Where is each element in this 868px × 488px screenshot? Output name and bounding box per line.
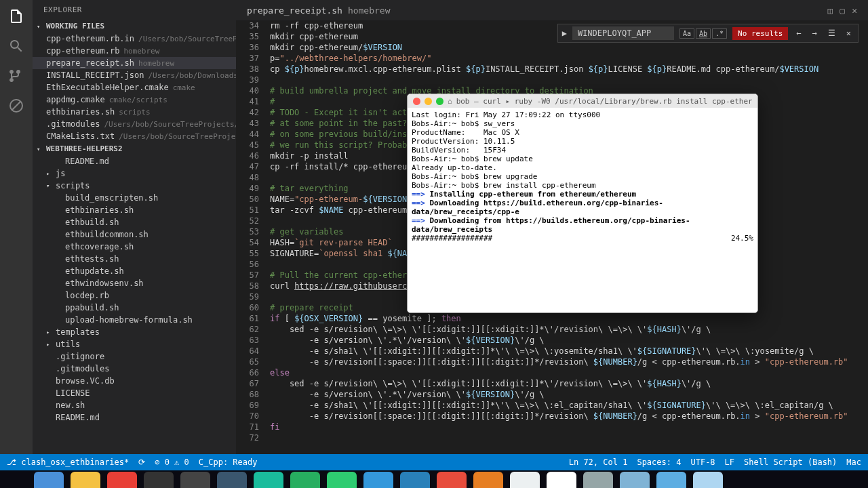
tree-item[interactable]: new.sh — [33, 399, 236, 411]
files-icon[interactable] — [8, 8, 24, 24]
close-find-icon[interactable]: ✕ — [844, 28, 854, 38]
dock-app-icon[interactable] — [693, 472, 723, 488]
tree-item[interactable]: ethcoverage.sh — [33, 241, 236, 253]
tree-item[interactable]: .gitignore — [33, 350, 236, 363]
working-file-item[interactable]: .gitmodules/Users/bob/SourceTreeProjects… — [33, 118, 236, 130]
tree-item[interactable]: ▾scripts — [33, 180, 236, 192]
tree-item[interactable]: ethbuild.sh — [33, 216, 236, 228]
language-status[interactable]: Shell Script (Bash) — [744, 458, 837, 467]
problems-status[interactable]: ⊘ 0 ⚠ 0 — [155, 458, 189, 467]
source-control-icon[interactable] — [8, 68, 24, 84]
working-file-item[interactable]: ethbinaries.shscripts — [33, 106, 236, 118]
sidebar-title: EXPLORER — [33, 0, 236, 20]
regex-icon[interactable]: .* — [712, 28, 727, 39]
dock-app-icon[interactable] — [71, 472, 100, 488]
dock-app-icon[interactable] — [473, 472, 503, 488]
working-files-header[interactable]: ▾WORKING FILES — [33, 20, 236, 33]
tree-item[interactable]: LICENSE — [33, 387, 236, 399]
eol-status[interactable]: LF — [725, 458, 734, 467]
match-case-icon[interactable]: Aa — [679, 28, 694, 39]
search-icon[interactable] — [8, 38, 24, 54]
macos-dock[interactable] — [0, 470, 868, 488]
dock-app-icon[interactable] — [363, 472, 393, 488]
dock-app-icon[interactable] — [34, 472, 64, 488]
no-results-label: No results — [732, 27, 788, 40]
dock-app-icon[interactable] — [510, 472, 540, 488]
next-match-icon[interactable]: → — [810, 28, 820, 38]
close-dot-icon[interactable] — [413, 98, 420, 105]
search-input[interactable] — [572, 26, 674, 40]
dock-app-icon[interactable] — [583, 472, 613, 488]
tree-item[interactable]: .gitmodules — [33, 363, 236, 375]
find-widget[interactable]: ▶ Aa Ab .* No results ← → ☰ ✕ — [557, 24, 859, 43]
working-file-item[interactable]: cpp-ethereum.rbhomebrew — [33, 45, 236, 57]
debug-icon[interactable] — [8, 98, 24, 114]
explorer-sidebar: EXPLORER ▾WORKING FILES cpp-ethereum.rb.… — [33, 0, 236, 454]
git-branch-status[interactable]: ⎇ clash_osx_ethbinaries* — [7, 458, 129, 467]
dock-app-icon[interactable] — [620, 472, 650, 488]
working-files-list: cpp-ethereum.rb.in/Users/bob/SourceTreeP… — [33, 33, 236, 142]
svg-line-1 — [12, 102, 20, 110]
dock-app-icon[interactable] — [254, 472, 283, 488]
file-tree: README.md▸js▾scriptsbuild_emscripten.she… — [33, 155, 236, 424]
dock-app-icon[interactable] — [656, 472, 686, 488]
tree-item[interactable]: README.md — [33, 155, 236, 167]
tab-actions: ◫ ▢ ✕ — [828, 5, 857, 16]
sync-icon[interactable]: ⟳ — [138, 458, 145, 467]
tree-item[interactable]: ethbinaries.sh — [33, 204, 236, 216]
tree-item[interactable]: ethwindowsenv.sh — [33, 277, 236, 289]
folder-icon: ⌂ — [448, 97, 452, 106]
prev-match-icon[interactable]: ← — [793, 28, 804, 38]
tree-item[interactable]: README.md — [33, 411, 236, 424]
dock-app-icon[interactable] — [290, 472, 320, 488]
split-editor-icon[interactable]: ◫ — [828, 5, 833, 16]
whole-word-icon[interactable]: Ab — [696, 28, 711, 39]
dock-app-icon[interactable] — [144, 472, 174, 488]
tree-item[interactable]: ppabuild.sh — [33, 302, 236, 314]
tree-item[interactable]: ethtests.sh — [33, 253, 236, 265]
working-file-item[interactable]: CMakeLists.txt/Users/bob/SourceTreeProje… — [33, 130, 236, 142]
cursor-position[interactable]: Ln 72, Col 1 — [569, 458, 628, 467]
indent-status[interactable]: Spaces: 4 — [637, 458, 681, 467]
terminal-window[interactable]: ⌂ bob — curl ▸ ruby -W0 /usr/local/Libra… — [407, 94, 758, 313]
status-bar: ⎇ clash_osx_ethbinaries* ⟳ ⊘ 0 ⚠ 0 C_Cpp… — [0, 454, 868, 470]
tree-item[interactable]: browse.VC.db — [33, 375, 236, 387]
tab-bar: prepare_receipt.sh homebrew ◫ ▢ ✕ — [236, 0, 868, 20]
os-status[interactable]: Mac — [846, 458, 861, 467]
tree-item[interactable]: ethupdate.sh — [33, 265, 236, 277]
tree-item[interactable]: upload-homebrew-formula.sh — [33, 314, 236, 326]
project-header[interactable]: ▾WEBTHREE-HELPERS2 — [33, 142, 236, 155]
find-play-icon[interactable]: ▶ — [562, 28, 567, 38]
working-file-item[interactable]: cpp-ethereum.rb.in/Users/bob/SourceTreeP… — [33, 33, 236, 45]
working-file-item[interactable]: EthExecutableHelper.cmakecmake — [33, 81, 236, 94]
tree-item[interactable]: locdep.rb — [33, 289, 236, 302]
dock-app-icon[interactable] — [107, 472, 137, 488]
tab-path: homebrew — [348, 5, 391, 16]
tree-item[interactable]: ▸templates — [33, 326, 236, 338]
tab-filename[interactable]: prepare_receipt.sh — [247, 5, 342, 16]
tree-item[interactable]: ethbuildcommon.sh — [33, 228, 236, 241]
dock-app-icon[interactable] — [217, 472, 247, 488]
tree-item[interactable]: ▸utils — [33, 338, 236, 350]
working-file-item[interactable]: appdmg.cmakecmake/scripts — [33, 94, 236, 106]
tree-item[interactable]: ▸js — [33, 167, 236, 180]
more-icon[interactable]: ▢ — [840, 5, 845, 16]
working-file-item[interactable]: INSTALL_RECEIPT.json/Users/bob/Downloads… — [33, 69, 236, 81]
terminal-body[interactable]: Last login: Fri May 27 17:09:22 on ttys0… — [408, 108, 757, 312]
dock-app-icon[interactable] — [547, 472, 576, 488]
cpp-status[interactable]: C_Cpp: Ready — [199, 458, 258, 467]
encoding-status[interactable]: UTF-8 — [690, 458, 715, 467]
working-file-item[interactable]: prepare_receipt.shhomebrew — [33, 57, 236, 69]
dock-app-icon[interactable] — [400, 472, 430, 488]
find-selection-icon[interactable]: ☰ — [825, 28, 838, 38]
activity-bar — [0, 0, 33, 454]
dock-app-icon[interactable] — [327, 472, 357, 488]
tree-item[interactable]: build_emscripten.sh — [33, 192, 236, 204]
dock-app-icon[interactable] — [180, 472, 210, 488]
terminal-title: bob — curl ▸ ruby -W0 /usr/local/Library… — [456, 97, 752, 106]
terminal-titlebar[interactable]: ⌂ bob — curl ▸ ruby -W0 /usr/local/Libra… — [408, 94, 757, 108]
dock-app-icon[interactable] — [437, 472, 467, 488]
minimize-dot-icon[interactable] — [425, 98, 432, 105]
zoom-dot-icon[interactable] — [436, 98, 443, 105]
close-icon[interactable]: ✕ — [852, 5, 857, 16]
